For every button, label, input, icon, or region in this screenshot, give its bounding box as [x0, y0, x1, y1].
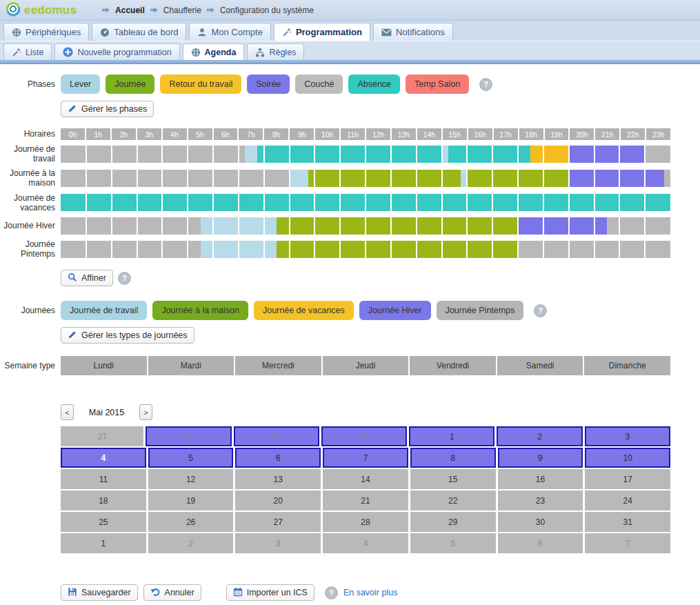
eedomus-logo[interactable]: eedomus — [6, 1, 77, 19]
calendar-next-button[interactable]: > — [139, 404, 152, 420]
timeline-segment-absence[interactable] — [257, 146, 441, 163]
calendar-day-4[interactable]: 4 — [323, 533, 408, 553]
subtab-agenda[interactable]: Agenda — [183, 43, 245, 60]
calendar-day-5[interactable]: 5 — [148, 448, 234, 468]
calendar-day-29[interactable]: 29 — [234, 426, 319, 446]
timeline-segment-journee[interactable] — [308, 170, 461, 187]
journee-chip-journee-hiver[interactable]: Journée Hiver — [359, 301, 431, 320]
calendar-day-3[interactable]: 3 — [585, 426, 670, 446]
timeline-segment-retour[interactable] — [530, 146, 568, 163]
calendar-day-25[interactable]: 25 — [61, 512, 146, 532]
calendar-day-27[interactable]: 27 — [235, 512, 321, 532]
journee-chip-journee-de-vacances[interactable]: Journée de vacances — [254, 301, 354, 320]
calendar-day-10[interactable]: 10 — [585, 448, 670, 468]
timeline-segment-journee[interactable] — [277, 241, 518, 258]
timeline-segment-lever[interactable] — [245, 146, 257, 163]
phase-chip-retour-du-travail[interactable]: Retour du travail — [160, 75, 241, 94]
calendar-prev-button[interactable]: < — [61, 404, 74, 420]
subtab-regles[interactable]: Règles — [247, 43, 304, 60]
calendar-day-6[interactable]: 6 — [235, 448, 321, 468]
tab-notifications[interactable]: Notifications — [373, 23, 453, 41]
calendar-day-27[interactable]: 27 — [61, 426, 143, 446]
calendar-day-18[interactable]: 18 — [61, 490, 146, 510]
phase-chip-couche[interactable]: Couché — [295, 75, 343, 94]
tab-peripheriques[interactable]: Périphériques — [3, 23, 89, 41]
phases-help-icon[interactable]: ? — [479, 78, 492, 91]
cancel-button[interactable]: Annuler — [143, 584, 201, 601]
phase-chip-temp-salon[interactable]: Temp Salon — [406, 75, 469, 94]
calendar-day-24[interactable]: 24 — [585, 490, 670, 510]
manage-journees-button[interactable]: Gérer les types de journées — [61, 327, 194, 344]
subtab-liste[interactable]: Liste — [3, 43, 52, 60]
calendar-day-8[interactable]: 8 — [410, 448, 496, 468]
timeline-bar[interactable] — [61, 170, 670, 187]
calendar-day-11[interactable]: 11 — [61, 469, 146, 489]
week-day-vendredi[interactable]: Vendredi — [410, 356, 496, 375]
timeline-segment-couche[interactable] — [61, 217, 201, 235]
calendar-day-5[interactable]: 5 — [410, 533, 496, 553]
journee-chip-journee-a-la-maison[interactable]: Journée à la maison — [152, 301, 248, 320]
timeline-segment-couche[interactable] — [61, 146, 245, 163]
phase-chip-lever[interactable]: Lever — [61, 75, 100, 94]
timeline-segment-couche[interactable] — [645, 146, 670, 163]
calendar-day-20[interactable]: 20 — [235, 490, 321, 510]
timeline-segment-lever[interactable] — [442, 146, 448, 163]
manage-phases-button[interactable]: Gérer les phases — [61, 101, 154, 117]
calendar-day-29[interactable]: 29 — [410, 512, 496, 532]
timeline-bar[interactable] — [61, 146, 670, 163]
calendar-day-22[interactable]: 22 — [410, 490, 496, 510]
calendar-day-28[interactable]: 28 — [323, 512, 408, 532]
timeline-segment-couche[interactable] — [61, 241, 201, 258]
week-day-lundi[interactable]: Lundi — [61, 356, 147, 375]
import-help-icon[interactable]: ? — [325, 586, 338, 599]
calendar-day-7[interactable]: 7 — [585, 533, 670, 553]
calendar-day-6[interactable]: 6 — [498, 533, 583, 553]
timeline-bar[interactable] — [61, 194, 670, 211]
learn-more-link[interactable]: En savoir plus — [343, 588, 398, 597]
calendar-day-1[interactable]: 1 — [409, 426, 494, 446]
tab-mon-compte[interactable]: Mon Compte — [189, 23, 270, 41]
week-day-samedi[interactable]: Samedi — [497, 356, 583, 375]
calendar-day-31[interactable]: 31 — [585, 512, 670, 532]
calendar-day-30[interactable]: 30 — [321, 426, 407, 446]
timeline-segment-couche[interactable] — [664, 170, 670, 187]
calendar-day-9[interactable]: 9 — [498, 448, 583, 468]
calendar-day-26[interactable]: 26 — [148, 512, 234, 532]
timeline-segment-lever[interactable] — [290, 170, 309, 187]
timeline-segment-soiree[interactable] — [569, 146, 646, 163]
calendar-day-21[interactable]: 21 — [323, 490, 408, 510]
calendar-day-4[interactable]: 4 — [61, 448, 146, 468]
calendar-day-15[interactable]: 15 — [410, 469, 496, 489]
affiner-button[interactable]: Affiner — [61, 270, 113, 286]
calendar-day-19[interactable]: 19 — [148, 490, 234, 510]
calendar-day-14[interactable]: 14 — [323, 469, 408, 489]
timeline-bar[interactable] — [61, 217, 670, 235]
timeline-segment-couche[interactable] — [61, 170, 290, 187]
calendar-day-3[interactable]: 3 — [235, 533, 321, 553]
timeline-segment-couche[interactable] — [607, 217, 670, 235]
tab-tableau-de-bord[interactable]: Tableau de bord — [92, 23, 186, 41]
breadcrumb-item-chaufferie[interactable]: Chaufferie — [163, 6, 201, 15]
calendar-day-16[interactable]: 16 — [498, 469, 583, 489]
calendar-day-30[interactable]: 30 — [498, 512, 583, 532]
week-day-dimanche[interactable]: Dimanche — [584, 356, 670, 375]
timeline-bar[interactable] — [61, 241, 670, 258]
calendar-day-2[interactable]: 2 — [497, 426, 582, 446]
calendar-day-13[interactable]: 13 — [235, 469, 321, 489]
calendar-day-17[interactable]: 17 — [585, 469, 670, 489]
timeline-segment-soiree[interactable] — [569, 170, 664, 187]
affiner-help-icon[interactable]: ? — [118, 272, 131, 285]
tab-programmation[interactable]: Programmation — [274, 23, 370, 41]
breadcrumb-item-accueil[interactable]: Accueil — [115, 6, 145, 15]
calendar-day-28[interactable]: 28 — [146, 426, 231, 446]
week-day-mercredi[interactable]: Mercredi — [235, 356, 321, 375]
subtab-nouvelle-programmation[interactable]: Nouvelle programmation — [54, 43, 179, 60]
calendar-day-23[interactable]: 23 — [498, 490, 583, 510]
phase-chip-absence[interactable]: Absence — [348, 75, 400, 94]
calendar-day-7[interactable]: 7 — [323, 448, 408, 468]
calendar-day-12[interactable]: 12 — [148, 469, 234, 489]
calendar-day-2[interactable]: 2 — [148, 533, 234, 553]
save-button[interactable]: Sauvegarder — [61, 584, 138, 601]
calendar-day-1[interactable]: 1 — [61, 533, 146, 553]
import-ics-button[interactable]: Importer un ICS — [226, 584, 314, 601]
